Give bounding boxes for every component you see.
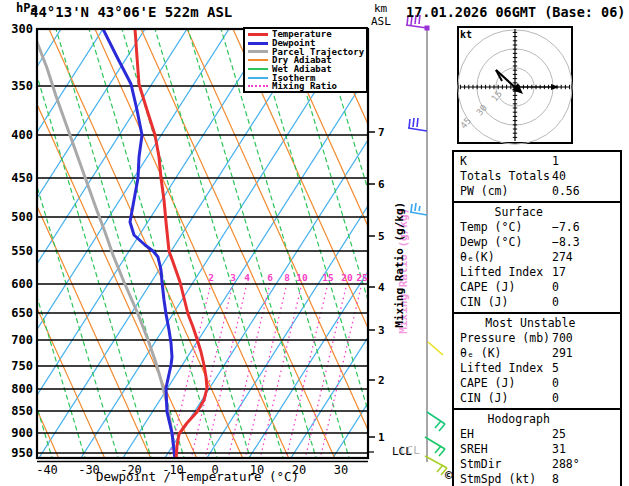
temperature-tick-label: -40 [36,463,58,477]
dry-adiabat-line [279,29,474,461]
pressure-tick-label: 950 [11,446,33,460]
table-row: PW (cm)0.56 [454,184,620,199]
row-label: Lifted Index [460,265,543,279]
pressure-tick-label: 500 [11,210,33,224]
wet-adiabat-line [320,29,449,461]
mixing-ratio-line-swatch [248,85,268,87]
mixing-ratio-value-label: 20 [341,272,353,283]
hodograph: 153045 [458,27,572,144]
wind-barb-segment [439,424,445,431]
km-tick-label: 4 [378,281,385,294]
wind-barb [425,456,447,475]
wind-barb [428,342,443,355]
wind-barb-segment [417,118,418,127]
wind-barb-segment [425,437,445,449]
row-label: EH [460,427,474,441]
row-value: 31 [552,442,566,457]
altitude-unit-km: km [374,3,387,15]
row-value: 291 [552,346,573,361]
row-label: Temp (°C) [460,220,522,234]
legend-item-mixing-ratio: Mixing Ratio [248,82,366,91]
datetime-title: 17.01.2026 06GMT (Base: 06) [406,5,625,19]
pressure-tick-label: 600 [11,277,33,291]
isotherm-line [0,29,271,461]
table-row: Totals Totals40 [454,169,620,184]
table-row: StmSpd (kt)8 [454,472,620,486]
wet-adiabat-line [254,29,383,461]
parcel-line-swatch [248,50,268,53]
pressure-tick-label: 700 [11,333,33,347]
table-row: CIN (J)0 [454,391,620,406]
table-row: EH25 [454,427,620,442]
table-row: K1 [454,154,620,169]
row-label: Dewp (°C) [460,235,522,249]
legend-label: Mixing Ratio [272,81,337,91]
station-title: 44°13'N 43°06'E 522m ASL [30,5,232,20]
mixing-ratio-value-label: 2 [208,272,214,283]
pressure-tick-label: 550 [11,244,33,258]
pressure-tick-label: 450 [11,171,33,185]
wet-adiabat-line [188,29,317,461]
row-value: 0 [552,280,559,295]
table-row: CIN (J)0 [454,295,620,310]
chart-legend: Temperature Dewpoint Parcel Trajectory D… [243,27,368,93]
row-value: 17 [552,265,566,280]
mixing-ratio-value-label: 4 [244,272,250,283]
km-tick-label: 1 [378,431,385,444]
mixing-ratio-value-label: 6 [267,272,273,283]
row-label: θₑ(K) [460,250,495,264]
mixing-ratio-value-label: 10 [296,272,308,283]
row-label: Lifted Index [460,361,543,375]
row-value: 25 [552,427,566,442]
dry-adiabat-line [141,29,336,461]
row-label: CAPE (J) [460,280,515,294]
wind-barb [408,118,427,131]
row-label: CIN (J) [460,295,508,309]
table-row: Lifted Index5 [454,361,620,376]
row-label: StmDir [460,457,502,471]
indices-section-most-unstable: Most Unstable Pressure (mb)700 θₑ (K)291… [452,312,622,410]
row-value: 274 [552,250,573,265]
wind-barb-segment [437,465,443,472]
wind-barb [410,203,427,215]
pressure-tick-label: 750 [11,359,33,373]
wind-barb-segment [408,128,427,131]
wet-adiabat-line-swatch [248,68,268,70]
table-row: CAPE (J)0 [454,280,620,295]
row-value: 288° [552,457,580,472]
row-value: 1 [552,154,559,169]
wind-barb-segment [406,25,427,28]
temperature-tick-label: 30 [334,463,348,477]
wind-barb-segment [435,446,441,453]
km-tick-label: 2 [378,374,385,387]
km-tick-label: 6 [378,178,385,191]
table-row: Lifted Index17 [454,265,620,280]
mixing-ratio-value-label: 8 [284,272,290,283]
pressure-tick-label: 650 [11,306,33,320]
indices-section-surface: Surface Temp (°C)−7.6 Dewp (°C)−8.3 θₑ(K… [452,201,622,314]
isotherm-line [0,29,229,461]
dry-adiabat-line-swatch [248,59,268,61]
wind-barb [427,412,445,431]
wind-barb-segment [435,421,441,428]
mixing-ratio-axis-label: Mixing Ratio (g/kg) [394,200,406,330]
row-label: Totals Totals [460,169,550,183]
mixing-ratio-value-label: 15 [322,272,334,283]
row-value: −8.3 [552,235,580,250]
row-label: SREH [460,442,488,456]
row-value: 5 [552,361,559,376]
wind-barb-segment [411,204,412,212]
dry-adiabat-line [95,29,290,461]
wind-barb-segment [428,342,443,355]
dry-adiabat-line [187,29,382,461]
km-tick-label: 7 [378,126,385,139]
lcl-label: LCL [392,446,412,458]
table-row: θₑ (K)291 [454,346,620,361]
row-label: PW (cm) [460,184,508,198]
row-value: 0 [552,376,559,391]
wind-barb-segment [413,118,414,127]
hodograph-unit-label: kt [460,30,472,41]
isotherm-line [121,29,397,461]
row-value: 0 [552,391,559,406]
row-label: K [460,154,467,168]
